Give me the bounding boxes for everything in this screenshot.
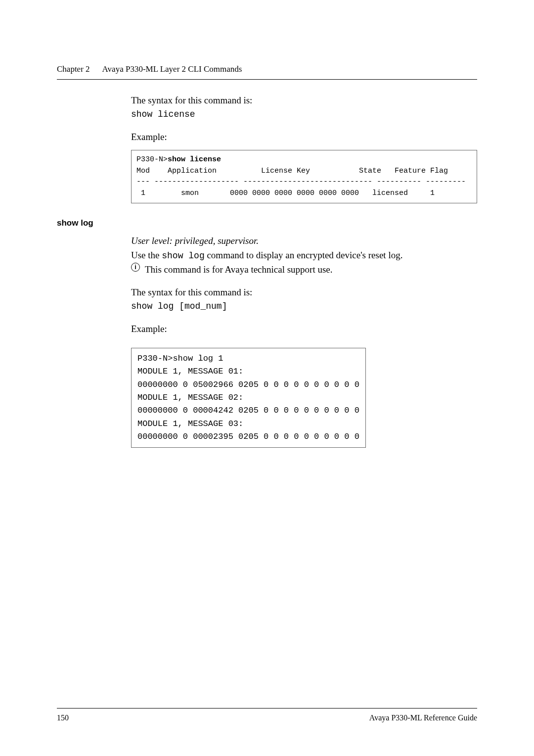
code-cmd-2: show log 1 [173,354,223,363]
info-icon: i [131,263,140,272]
syntax-intro-1: The syntax for this command is: [131,94,477,108]
log-line-3: MODULE 1, MESSAGE 02: [137,393,243,402]
log-line-6: 00000000 0 00002395 0205 0 0 0 0 0 0 0 0… [137,432,359,441]
log-line-4: 00000000 0 00004242 0205 0 0 0 0 0 0 0 0… [137,406,359,415]
desc-pre: Use the [131,250,162,260]
page-header: Chapter 2 Avaya P330-ML Layer 2 CLI Comm… [57,64,477,80]
example-label-1: Example: [131,130,477,144]
code-block-license: P330-N>show license Mod Application Lice… [131,150,477,203]
code-div-row: --- ------------------- ----------------… [136,178,466,186]
code-prompt-2: P330-N> [137,354,173,363]
chapter-label: Chapter 2 [57,64,90,74]
chapter-title: Avaya P330-ML Layer 2 CLI Commands [102,64,242,74]
desc-mono: show log [162,251,204,261]
code-cmd-1: show license [168,155,221,164]
code-data-row: 1 smon 0000 0000 0000 0000 0000 0000 lic… [136,189,435,197]
log-line-5: MODULE 1, MESSAGE 03: [137,419,243,428]
info-text: This command is for Avaya technical supp… [145,263,333,277]
code-hdr-row: Mod Application License Key State Featur… [136,167,448,175]
footer-doc-title: Avaya P330-ML Reference Guide [369,713,477,722]
log-line-1: MODULE 1, MESSAGE 01: [137,367,243,376]
section-heading-showlog: show log [57,218,477,228]
description-text: Use the show log command to display an e… [131,248,477,263]
user-level-text: User level: privileged, supervisor. [131,234,477,248]
log-line-2: 00000000 0 05002966 0205 0 0 0 0 0 0 0 0… [137,380,359,389]
page-footer: 150 Avaya P330-ML Reference Guide [57,708,477,722]
code-block-showlog: P330-N>show log 1 MODULE 1, MESSAGE 01: … [131,348,366,448]
example-label-2: Example: [131,322,477,336]
desc-post: command to display an encrypted device's… [205,250,403,260]
syntax-intro-2: The syntax for this command is: [131,285,477,300]
syntax-cmd-2: show log [mod_num] [131,300,477,313]
page-number: 150 [57,713,69,722]
info-row: i This command is for Avaya technical su… [131,263,477,277]
syntax-cmd-1: show license [131,108,477,121]
code-prompt-1: P330-N> [136,155,168,164]
